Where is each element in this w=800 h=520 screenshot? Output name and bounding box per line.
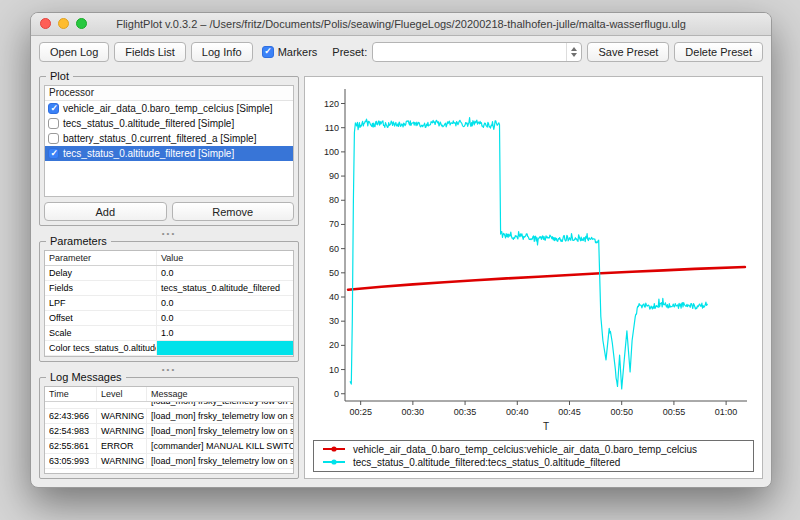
- parameter-row[interactable]: Offset0.0: [45, 311, 293, 326]
- log-time: 62:43:966: [45, 409, 97, 423]
- plot-series-list[interactable]: Processor vehicle_air_data_0.baro_temp_c…: [44, 85, 294, 197]
- plot-series-item[interactable]: tecs_status_0.altitude_filtered [Simple]: [45, 146, 293, 161]
- parameter-name: Delay: [45, 266, 157, 280]
- preset-combobox[interactable]: [372, 42, 582, 62]
- log-message-row[interactable]: [load_mon] frsky_telemetry low on sta: [45, 402, 293, 409]
- series-label: tecs_status_0.altitude_filtered [Simple]: [63, 148, 234, 159]
- plot-panel-title: Plot: [46, 70, 73, 82]
- fields-list-button[interactable]: Fields List: [114, 42, 186, 62]
- log-message: [commander] MANUAL KILL SWITCH EN: [147, 439, 293, 453]
- titlebar[interactable]: FlightPlot v.0.3.2 – /Users/fritz/Docume…: [31, 13, 771, 36]
- plot-panel: Plot Processor vehicle_air_data_0.baro_t…: [39, 76, 299, 226]
- plot-series-item[interactable]: tecs_status_0.altitude_filtered [Simple]: [45, 116, 293, 131]
- color-swatch[interactable]: [157, 341, 293, 355]
- parameter-row[interactable]: Scale1.0: [45, 326, 293, 341]
- svg-text:60: 60: [329, 244, 339, 254]
- message-column-header: Message: [147, 387, 293, 401]
- log-table-header: Time Level Message: [45, 387, 293, 402]
- markers-checkbox[interactable]: [262, 46, 274, 58]
- markers-checkbox-wrap[interactable]: Markers: [262, 46, 318, 58]
- open-log-button[interactable]: Open Log: [39, 42, 109, 62]
- flight-chart[interactable]: 010203040506070809010011012000:2500:3000…: [309, 81, 758, 438]
- log-message-row[interactable]: 62:54:983WARNING[load_mon] frsky_telemet…: [45, 424, 293, 439]
- parameter-value[interactable]: tecs_status_0.altitude_filtered: [157, 281, 293, 295]
- chart-panel: 010203040506070809010011012000:2500:3000…: [304, 76, 763, 479]
- parameter-row[interactable]: Color tecs_status_0.altitude_filt...: [45, 341, 293, 356]
- svg-text:00:45: 00:45: [558, 407, 581, 417]
- parameters-table[interactable]: Parameter Value Delay0.0Fieldstecs_statu…: [44, 250, 294, 357]
- close-button[interactable]: [40, 18, 51, 29]
- svg-text:01:00: 01:00: [715, 407, 738, 417]
- svg-text:70: 70: [329, 219, 339, 229]
- log-info-button[interactable]: Log Info: [191, 42, 253, 62]
- left-column: Plot Processor vehicle_air_data_0.baro_t…: [39, 70, 299, 479]
- level-column-header: Level: [97, 387, 147, 401]
- svg-text:00:35: 00:35: [454, 407, 477, 417]
- series-checkbox[interactable]: [48, 103, 59, 114]
- log-message: [load_mon] frsky_telemetry low on sta: [147, 424, 293, 438]
- parameter-value[interactable]: 1.0: [157, 326, 293, 340]
- log-message-row[interactable]: 63:05:993WARNING[load_mon] frsky_telemet…: [45, 454, 293, 469]
- log-message: [load_mon] frsky_telemetry low on sta: [147, 402, 293, 408]
- minimize-button[interactable]: [58, 18, 69, 29]
- log-message-row[interactable]: 62:55:861ERROR[commander] MANUAL KILL SW…: [45, 439, 293, 454]
- main-content: Plot Processor vehicle_air_data_0.baro_t…: [31, 68, 771, 487]
- combo-stepper-icon[interactable]: [566, 43, 581, 61]
- plot-buttons: Add Remove: [44, 202, 294, 221]
- svg-text:100: 100: [324, 147, 339, 157]
- svg-text:40: 40: [329, 292, 339, 302]
- down-arrow-icon: [571, 53, 577, 57]
- parameter-value[interactable]: 0.0: [157, 311, 293, 325]
- svg-text:00:25: 00:25: [349, 407, 372, 417]
- plot-series-item[interactable]: vehicle_air_data_0.baro_temp_celcius [Si…: [45, 101, 293, 116]
- parameter-row[interactable]: LPF0.0: [45, 296, 293, 311]
- log-messages-panel: Log Messages Time Level Message [load_mo…: [39, 377, 299, 479]
- parameters-table-header: Parameter Value: [45, 251, 293, 266]
- save-preset-button[interactable]: Save Preset: [587, 42, 669, 62]
- splitter-parameters-log[interactable]: [39, 362, 299, 371]
- svg-text:50: 50: [329, 268, 339, 278]
- series-checkbox[interactable]: [48, 133, 59, 144]
- add-button[interactable]: Add: [44, 202, 167, 221]
- parameter-row[interactable]: Delay0.0: [45, 266, 293, 281]
- traffic-lights: [40, 18, 87, 29]
- svg-text:00:55: 00:55: [663, 407, 686, 417]
- log-messages-panel-title: Log Messages: [46, 371, 126, 383]
- time-column-header: Time: [45, 387, 97, 401]
- window-title: FlightPlot v.0.3.2 – /Users/fritz/Docume…: [31, 18, 771, 30]
- svg-text:110: 110: [325, 123, 339, 133]
- svg-text:120: 120: [324, 99, 339, 109]
- parameter-value[interactable]: 0.0: [157, 266, 293, 280]
- splitter-plot-parameters[interactable]: [39, 226, 299, 235]
- zoom-button[interactable]: [76, 18, 87, 29]
- legend-marker-icon: [322, 457, 346, 468]
- up-arrow-icon: [571, 47, 577, 51]
- svg-text:30: 30: [329, 316, 339, 326]
- markers-label: Markers: [278, 46, 318, 58]
- log-messages-table[interactable]: Time Level Message [load_mon] frsky_tele…: [44, 386, 294, 474]
- svg-text:00:40: 00:40: [506, 407, 529, 417]
- legend-label: tecs_status_0.altitude_filtered:tecs_sta…: [353, 457, 620, 468]
- parameter-name: Color tecs_status_0.altitude_filt...: [45, 341, 157, 355]
- svg-text:90: 90: [329, 171, 339, 181]
- remove-button[interactable]: Remove: [172, 202, 295, 221]
- log-message: [load_mon] frsky_telemetry low on sta: [147, 409, 293, 423]
- parameter-value[interactable]: 0.0: [157, 296, 293, 310]
- flightplot-window: FlightPlot v.0.3.2 – /Users/fritz/Docume…: [30, 12, 772, 488]
- log-level: WARNING: [97, 454, 147, 468]
- series-checkbox[interactable]: [48, 148, 59, 159]
- log-message-row[interactable]: 62:43:966WARNING[load_mon] frsky_telemet…: [45, 409, 293, 424]
- parameter-row[interactable]: Fieldstecs_status_0.altitude_filtered: [45, 281, 293, 296]
- series-checkbox[interactable]: [48, 118, 59, 129]
- log-time: 62:55:861: [45, 439, 97, 453]
- parameter-name: Offset: [45, 311, 157, 325]
- value-column-header: Value: [157, 251, 293, 265]
- desktop: FlightPlot v.0.3.2 – /Users/fritz/Docume…: [0, 0, 800, 520]
- log-level: ERROR: [97, 439, 147, 453]
- legend-label: vehicle_air_data_0.baro_temp_celcius:veh…: [353, 444, 697, 455]
- legend-item: vehicle_air_data_0.baro_temp_celcius:veh…: [322, 444, 745, 455]
- log-message: [load_mon] frsky_telemetry low on sta: [147, 454, 293, 468]
- svg-text:00:50: 00:50: [610, 407, 633, 417]
- plot-series-item[interactable]: battery_status_0.current_filtered_a [Sim…: [45, 131, 293, 146]
- delete-preset-button[interactable]: Delete Preset: [674, 42, 763, 62]
